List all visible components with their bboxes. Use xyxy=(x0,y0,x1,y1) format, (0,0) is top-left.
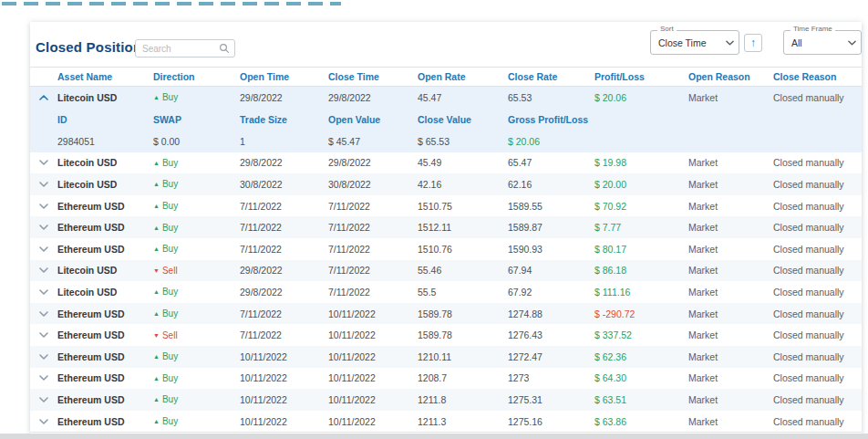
open-reason: Market xyxy=(688,265,773,276)
position-row[interactable]: Litecoin USD▲Buy29/8/20227/11/202255.567… xyxy=(30,281,862,303)
close-reason: Closed manually xyxy=(773,329,862,340)
horizontal-scrollbar[interactable] xyxy=(0,434,868,439)
page-title: Closed Positions xyxy=(36,39,150,55)
sort-select[interactable]: Sort Close Time xyxy=(650,30,739,55)
direction-label: Buy xyxy=(162,223,178,233)
column-header-asset-name: Asset Name xyxy=(57,71,153,82)
open-time: 29/8/2022 xyxy=(240,157,328,168)
expand-row-chevron[interactable] xyxy=(30,182,57,187)
position-row[interactable]: Litecoin USD▼Sell29/8/20227/11/202255.46… xyxy=(30,260,862,282)
open-time: 10/11/2022 xyxy=(240,416,328,427)
expand-row-chevron[interactable] xyxy=(30,267,57,273)
expand-row-chevron[interactable] xyxy=(30,311,57,317)
open-time: 7/11/2022 xyxy=(240,222,328,233)
expand-row-chevron[interactable] xyxy=(30,397,57,402)
up-triangle-icon: ▲ xyxy=(153,94,160,100)
position-row[interactable]: Ethereum USD▲Buy7/11/20227/11/20221512.1… xyxy=(30,216,862,238)
up-triangle-icon: ▲ xyxy=(153,288,160,295)
open-reason: Market xyxy=(688,179,773,190)
open-time: 10/11/2022 xyxy=(240,372,328,383)
asset-name: Litecoin USD xyxy=(57,287,153,298)
open-reason: Market xyxy=(688,394,773,405)
position-row[interactable]: Litecoin USD▲Buy29/8/202229/8/202245.476… xyxy=(30,87,862,109)
expand-row-chevron[interactable] xyxy=(30,204,57,209)
open-time: 7/11/2022 xyxy=(240,329,328,340)
direction-sell: ▼Sell xyxy=(153,266,240,276)
close-rate: 1273 xyxy=(508,372,594,383)
up-triangle-icon: ▲ xyxy=(153,396,160,402)
collapse-row-chevron[interactable] xyxy=(30,95,57,100)
expand-row-chevron[interactable] xyxy=(30,225,57,230)
direction-label: Buy xyxy=(162,351,178,361)
close-time: 29/8/2022 xyxy=(328,92,418,103)
position-row[interactable]: Ethereum USD▲Buy10/11/202210/11/20221210… xyxy=(30,346,862,368)
asset-name: Litecoin USD xyxy=(57,179,153,190)
detail-header-gross-profit-loss: Gross Profit/Loss xyxy=(508,114,594,125)
profit-loss: $ 80.17 xyxy=(594,244,688,255)
expand-row-chevron[interactable] xyxy=(30,354,57,360)
chevron-down-icon xyxy=(848,40,856,46)
detail-header-trade-size: Trade Size xyxy=(240,114,328,125)
direction-buy: ▲Buy xyxy=(153,287,240,297)
expand-row-chevron[interactable] xyxy=(30,332,57,338)
close-time: 7/11/2022 xyxy=(328,287,418,298)
close-reason: Closed manually xyxy=(773,372,862,383)
profit-loss: $ 20.06 xyxy=(594,92,688,103)
position-row[interactable]: Ethereum USD▲Buy7/11/20227/11/20221510.7… xyxy=(30,238,862,260)
expand-row-chevron[interactable] xyxy=(30,246,57,252)
search-icon xyxy=(219,43,230,54)
open-reason: Market xyxy=(688,329,773,340)
position-row[interactable]: Ethereum USD▲Buy7/11/202210/11/20221589.… xyxy=(30,303,862,325)
asset-name: Ethereum USD xyxy=(57,308,153,319)
close-reason: Closed manually xyxy=(773,351,862,362)
profit-loss: $ 86.18 xyxy=(594,265,688,276)
close-time: 10/11/2022 xyxy=(328,351,418,362)
time-frame-select[interactable]: Time Frame All xyxy=(783,30,862,55)
direction-label: Buy xyxy=(162,394,178,404)
close-reason: Closed manually xyxy=(773,244,862,255)
close-time: 10/11/2022 xyxy=(328,308,418,319)
expand-row-chevron[interactable] xyxy=(30,289,57,295)
expand-row-chevron[interactable] xyxy=(30,375,57,381)
search-input[interactable] xyxy=(136,44,219,54)
position-row[interactable]: Ethereum USD▲Buy10/11/202210/11/20221211… xyxy=(30,389,862,411)
close-reason: Closed manually xyxy=(773,92,862,103)
position-row[interactable]: Litecoin USD▲Buy29/8/202229/8/202245.496… xyxy=(30,152,862,174)
close-time: 10/11/2022 xyxy=(328,372,418,383)
asset-name: Ethereum USD xyxy=(57,201,153,212)
open-rate: 1211.8 xyxy=(418,394,508,405)
close-reason: Closed manually xyxy=(773,265,862,276)
column-header-open-reason: Open Reason xyxy=(688,71,773,82)
detail-open-value: $ 45.47 xyxy=(328,136,418,147)
detail-id: 2984051 xyxy=(57,136,153,147)
open-rate: 1589.78 xyxy=(418,329,508,340)
open-rate: 42.16 xyxy=(418,179,508,190)
asset-name: Litecoin USD xyxy=(57,92,153,103)
close-time: 7/11/2022 xyxy=(328,222,418,233)
open-reason: Market xyxy=(688,92,773,103)
asset-name: Litecoin USD xyxy=(57,157,153,168)
direction-label: Buy xyxy=(162,201,178,211)
profit-loss: $ 63.51 xyxy=(594,394,688,405)
expand-row-chevron[interactable] xyxy=(30,419,57,424)
position-row[interactable]: Litecoin USD▲Buy30/8/202230/8/202242.166… xyxy=(30,173,862,195)
close-time: 7/11/2022 xyxy=(328,265,418,276)
up-triangle-icon: ▲ xyxy=(153,246,160,252)
direction-buy: ▲Buy xyxy=(153,308,240,319)
sort-direction-button[interactable]: ↑ xyxy=(744,34,762,52)
asset-name: Ethereum USD xyxy=(57,372,153,383)
position-row[interactable]: Ethereum USD▼Sell7/11/202210/11/20221589… xyxy=(30,324,862,346)
open-time: 29/8/2022 xyxy=(240,287,328,298)
open-reason: Market xyxy=(688,244,773,255)
open-reason: Market xyxy=(688,372,773,383)
open-time: 29/8/2022 xyxy=(240,265,328,276)
up-triangle-icon: ▲ xyxy=(153,418,160,424)
position-row[interactable]: Ethereum USD▲Buy7/11/20227/11/20221510.7… xyxy=(30,195,862,217)
open-rate: 1512.11 xyxy=(418,222,508,233)
expand-row-chevron[interactable] xyxy=(30,160,57,165)
open-time: 7/11/2022 xyxy=(240,201,328,212)
position-row[interactable]: Ethereum USD▲Buy10/11/202210/11/20221211… xyxy=(30,411,862,433)
detail-value-row: 2984051$ 0.001$ 45.47$ 65.53$ 20.06 xyxy=(30,131,862,152)
close-rate: 1275.31 xyxy=(508,394,594,405)
position-row[interactable]: Ethereum USD▲Buy10/11/202210/11/20221208… xyxy=(30,368,862,390)
